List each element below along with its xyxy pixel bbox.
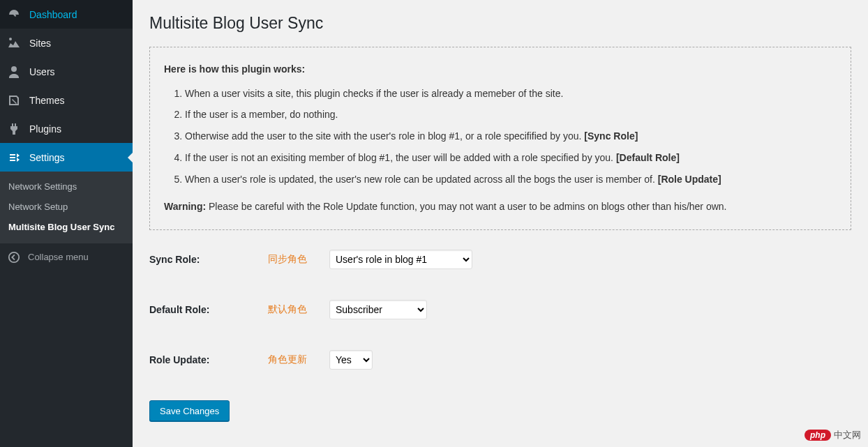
sidebar-item-label: Dashboard	[29, 9, 77, 20]
collapse-label: Collapse menu	[28, 252, 89, 262]
role-update-annotation: 角色更新	[268, 354, 329, 366]
save-changes-button[interactable]: Save Changes	[149, 400, 230, 421]
submenu-network-setup[interactable]: Network Setup	[0, 197, 133, 218]
plugin-info-box: Here is how this plugin works: When a us…	[149, 47, 851, 230]
info-step: Otherwise add the user to the site with …	[185, 126, 837, 147]
warning-text: Please be careful with the Role Update f…	[206, 201, 726, 212]
sync-role-select[interactable]: User's role in blog #1	[329, 250, 472, 269]
role-update-select[interactable]: Yes	[329, 350, 373, 370]
sidebar-item-plugins[interactable]: Plugins	[0, 114, 133, 143]
sidebar-item-sites[interactable]: Sites	[0, 29, 133, 57]
php-badge-icon: php	[805, 430, 831, 441]
info-steps-list: When a user visits a site, this plugin c…	[164, 83, 837, 190]
sync-role-annotation: 同步角色	[268, 253, 329, 266]
default-role-annotation: 默认角色	[268, 303, 329, 316]
settings-icon	[6, 149, 22, 166]
dashboard-icon	[6, 6, 22, 23]
users-icon	[6, 63, 22, 80]
sync-role-row: Sync Role: 同步角色 User's role in blog #1	[149, 250, 851, 269]
admin-sidebar: Dashboard Sites Users Themes Plugins Set…	[0, 0, 133, 447]
settings-submenu: Network Settings Network Setup Multisite…	[0, 172, 133, 243]
role-update-label: Role Update:	[149, 354, 268, 365]
site-watermark: php 中文网	[805, 429, 861, 441]
sidebar-item-label: Plugins	[29, 123, 61, 135]
sidebar-item-themes[interactable]: Themes	[0, 86, 133, 114]
info-heading: Here is how this plugin works:	[164, 60, 837, 79]
warning-label: Warning:	[164, 201, 206, 212]
sidebar-item-label: Sites	[29, 38, 51, 49]
watermark-text: 中文网	[834, 429, 861, 441]
info-step: When a user visits a site, this plugin c…	[185, 83, 837, 105]
info-step: When a user's role is updated, the user'…	[185, 169, 837, 190]
sidebar-item-label: Settings	[29, 152, 65, 163]
sync-role-tag: [Sync Role]	[584, 130, 638, 142]
collapse-icon	[6, 249, 22, 266]
sidebar-item-label: Themes	[29, 95, 65, 106]
role-update-tag: [Role Update]	[658, 174, 721, 185]
info-warning: Warning: Please be careful with the Role…	[164, 197, 837, 216]
main-content: Multisite Blog User Sync Here is how thi…	[133, 0, 868, 447]
submenu-multisite-blog-user-sync[interactable]: Multisite Blog User Sync	[0, 218, 133, 238]
info-step: If the user is not an exisiting member o…	[185, 147, 837, 169]
collapse-menu-button[interactable]: Collapse menu	[0, 243, 133, 271]
default-role-row: Default Role: 默认角色 Subscriber	[149, 300, 851, 319]
plugins-icon	[6, 121, 22, 137]
submenu-network-settings[interactable]: Network Settings	[0, 177, 133, 197]
sidebar-item-settings[interactable]: Settings	[0, 143, 133, 172]
svg-point-0	[9, 252, 19, 262]
role-update-row: Role Update: 角色更新 Yes	[149, 350, 851, 370]
sync-role-label: Sync Role:	[149, 254, 268, 265]
sidebar-item-label: Users	[29, 66, 55, 77]
page-title: Multisite Blog User Sync	[149, 14, 851, 33]
default-role-select[interactable]: Subscriber	[329, 300, 427, 319]
info-step: If the user is a member, do nothing.	[185, 104, 837, 126]
sidebar-item-dashboard[interactable]: Dashboard	[0, 0, 133, 29]
default-role-tag: [Default Role]	[616, 152, 680, 163]
sites-icon	[6, 35, 22, 52]
default-role-label: Default Role:	[149, 304, 268, 315]
themes-icon	[6, 92, 22, 109]
sidebar-item-users[interactable]: Users	[0, 57, 133, 86]
